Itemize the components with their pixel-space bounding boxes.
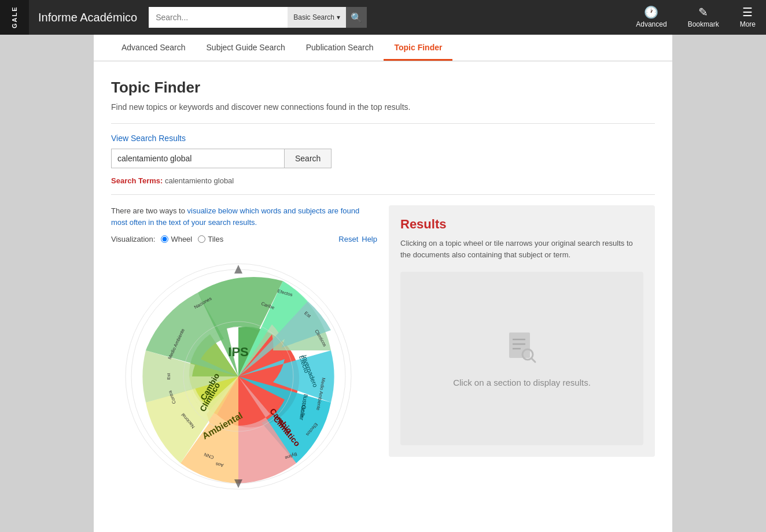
svg-marker-28 <box>234 265 242 274</box>
viz-tiles-label: Tiles <box>208 235 223 243</box>
clock-icon: 🕐 <box>644 6 658 18</box>
tab-advanced-search[interactable]: Advanced Search <box>111 35 196 61</box>
svg-text:Est: Est <box>166 372 171 379</box>
tab-bar: Advanced Search Subject Guide Search Pub… <box>94 35 672 61</box>
tab-subject-guide-search[interactable]: Subject Guide Search <box>196 35 296 61</box>
viz-text-before: There are two ways to <box>111 206 185 215</box>
viz-tiles-option[interactable]: Tiles <box>198 235 223 243</box>
results-panel: Results Clicking on a topic wheel or til… <box>389 205 655 457</box>
top-search-bar: Basic Search ▾ 🔍 <box>149 7 380 28</box>
bookmark-nav-label: Bookmark <box>688 20 719 28</box>
topic-wheel-container[interactable]: IPS Cambio Clímtico Ambiental Cambio Cli… <box>111 249 366 504</box>
top-search-input[interactable] <box>149 7 288 28</box>
main-content-area: Advanced Search Subject Guide Search Pub… <box>94 35 672 532</box>
topic-search-input[interactable] <box>111 149 285 168</box>
viz-wheel-option[interactable]: Wheel <box>161 235 192 243</box>
svg-text:IPS: IPS <box>228 345 248 359</box>
search-icon: 🔍 <box>351 12 362 23</box>
advanced-nav-label: Advanced <box>636 20 666 28</box>
view-search-results-link[interactable]: View Search Results <box>111 134 186 143</box>
search-type-label: Basic Search <box>293 13 334 21</box>
topic-search-row: Search <box>111 149 655 168</box>
viz-wheel-label: Wheel <box>171 235 192 243</box>
visualization-controls: Visualization: Wheel Tiles Reset Help <box>111 235 377 243</box>
top-search-go-button[interactable]: 🔍 <box>346 7 367 28</box>
topic-wheel-svg[interactable]: IPS Cambio Clímtico Ambiental Cambio Cli… <box>111 249 366 504</box>
bookmark-nav-button[interactable]: ✎ Bookmark <box>677 2 730 33</box>
chevron-down-icon: ▾ <box>337 13 340 21</box>
divider-2 <box>111 194 655 195</box>
more-nav-label: More <box>740 20 756 28</box>
results-description: Clicking on a topic wheel or tile narrow… <box>400 238 643 260</box>
gale-logo: GALE <box>0 0 29 35</box>
divider-1 <box>111 123 655 124</box>
results-empty-text: Click on a section to display results. <box>453 378 591 387</box>
viz-wheel-radio[interactable] <box>161 235 168 243</box>
right-column: Results Clicking on a topic wheel or til… <box>389 205 655 457</box>
results-title: Results <box>400 217 643 232</box>
viz-label: Visualization: <box>111 235 155 243</box>
page-title: Topic Finder <box>111 79 655 97</box>
topic-finder-content: Topic Finder Find new topics or keywords… <box>94 61 672 504</box>
viz-tiles-radio[interactable] <box>198 235 205 243</box>
svg-line-35 <box>532 358 536 362</box>
svg-rect-30 <box>509 332 530 358</box>
results-empty-state: Click on a section to display results. <box>400 272 643 445</box>
advanced-nav-button[interactable]: 🕐 Advanced <box>625 2 677 33</box>
page-description: Find new topics or keywords and discover… <box>111 102 655 112</box>
viz-radio-group: Wheel Tiles <box>161 235 223 243</box>
topic-search-button[interactable]: Search <box>285 149 332 168</box>
more-nav-button[interactable]: ☰ More <box>730 2 766 33</box>
nav-actions: 🕐 Advanced ✎ Bookmark ☰ More <box>625 2 766 33</box>
help-link[interactable]: Help <box>362 235 377 243</box>
main-two-col: There are two ways to visualize below wh… <box>111 205 655 504</box>
menu-icon: ☰ <box>742 6 753 18</box>
viz-info-text: There are two ways to visualize below wh… <box>111 205 377 228</box>
reset-link[interactable]: Reset <box>338 235 358 243</box>
left-column: There are two ways to visualize below wh… <box>111 205 377 504</box>
app-title: Informe Académico <box>38 11 137 24</box>
search-terms-value-text: calentamiento global <box>165 176 234 185</box>
tab-publication-search[interactable]: Publication Search <box>296 35 384 61</box>
svg-marker-29 <box>234 479 242 488</box>
tab-topic-finder[interactable]: Topic Finder <box>384 35 452 61</box>
search-terms-label: Search Terms: <box>111 176 163 185</box>
bookmark-icon: ✎ <box>698 6 708 18</box>
top-navigation: GALE Informe Académico Basic Search ▾ 🔍 … <box>0 0 766 35</box>
empty-state-icon <box>504 330 539 370</box>
search-type-button[interactable]: Basic Search ▾ <box>288 7 346 28</box>
search-terms-display: Search Terms: calentamiento global <box>111 176 655 185</box>
